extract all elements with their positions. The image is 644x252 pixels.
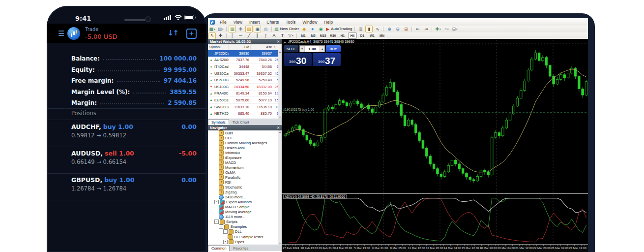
market-watch-row[interactable]: ▲JP225Cash39930399377 [208,50,282,57]
navigator-item-expert-advisors[interactable]: −Expert Advisors [208,200,282,205]
position-row-audusd[interactable]: AUDUSD,sell 1.00-5.000.66149 → 0.66154 [47,147,206,174]
periods-icon[interactable]: ◔▾ [442,26,450,32]
navigator-tab-favorites[interactable]: Favorites [230,245,252,251]
menu-window[interactable]: Window [299,20,321,25]
close-icon[interactable]: ✕ [277,126,280,130]
timeframe-m15[interactable]: M15 [319,32,327,39]
menu-charts[interactable]: Charts [263,20,282,25]
sell-button[interactable]: SELL [284,45,298,52]
market-watch-header[interactable]: SymbolBidAsk! [208,44,282,50]
timeframe-m1[interactable]: M1 [299,32,308,39]
adx-indicator-pane[interactable] [282,194,588,244]
new-chart-icon[interactable]: ▦▾ [208,26,216,32]
navigator-item-2430-more-[interactable]: 2430 more... [208,195,282,200]
navigator-item-bulls[interactable]: fBulls [208,130,282,135]
navigator-item-iexposure[interactable]: fiExposure [208,155,282,160]
position-row-gbpusd[interactable]: GBPUSD,buy 1.000.001.26784 → 1.26784 [47,174,206,200]
navigator-item-rsi[interactable]: fRSI [208,180,282,185]
volume-stepper[interactable]: ▾ 1.00 ▴ [299,45,325,52]
navigator-item-macd[interactable]: fMACD [208,160,282,165]
fibo-tool-icon[interactable]: ƒ [262,32,269,39]
navigator-item-osma[interactable]: fOsMA [208,170,282,175]
menu-help[interactable]: Help [321,20,336,25]
tile-windows-icon[interactable]: ⊞ [402,26,410,32]
menu-icon[interactable] [59,31,64,36]
profiles-icon[interactable]: ▤▾ [217,26,224,32]
zoom-out-icon[interactable]: ⊖ [394,26,401,32]
market-watch-scrollbar[interactable]: ▲▼ [278,50,282,119]
navigator-item-cci[interactable]: fCCI [208,135,282,140]
menu-insert[interactable]: Insert [246,20,263,25]
navigator-item-moving-average[interactable]: Moving Average [208,210,282,215]
market-watch-row[interactable]: ▲NETH25C...885.40885.7030 [208,110,282,117]
timeframe-h1[interactable]: H1 [338,32,347,39]
market-watch-tab-tick-chart[interactable]: Tick Chart [229,119,253,125]
navigator-item-dll[interactable]: −DLL [208,229,282,234]
navigator-item-pipes[interactable]: +Pipes [208,239,282,244]
navigator-icon[interactable]: ▨ [245,26,253,32]
time-axis[interactable]: 27 Feb 202428 Feb 13:0029 Feb 21:004 Mar… [282,245,588,252]
column-header-bid[interactable]: Bid [229,45,251,49]
position-row-audchf[interactable]: AUDCHF,buy 1.000.000.59812 → 0.59812 [47,121,206,147]
timeframe-m30[interactable]: M30 [328,32,337,39]
volume-down-icon[interactable]: ▾ [300,46,305,52]
market-watch-titlebar[interactable]: Market Watch: 16:05:02 ✕ [208,39,282,44]
market-watch-row[interactable]: ▲HK50Cash168271684013 [208,117,282,119]
tree-expander-icon[interactable]: − [214,200,219,204]
tree-expander-icon[interactable]: + [223,240,228,244]
market-watch-row[interactable]: ▲US500Cash5249.965250.4852 [208,77,282,84]
navigator-item-custom-moving-averages[interactable]: fCustom Moving Averages [208,140,282,145]
navigator-item-parabolic[interactable]: fParabolic [208,175,282,180]
navigator-titlebar[interactable]: Navigator ✕ [208,125,282,130]
timeframe-mn[interactable]: MN [378,32,386,39]
hline-tool-icon[interactable]: ─ [237,32,244,39]
market-watch-row[interactable]: ▲EU50Cash5075.605077.10150 [208,97,282,104]
vline-tool-icon[interactable]: │ [229,32,236,39]
buy-button[interactable]: BUY [326,45,341,52]
crosshair-tool-icon[interactable]: ✚ [217,32,224,39]
autotrading-button[interactable]: ▶AutoTrading [325,26,352,32]
data-window-icon[interactable]: ✚ [237,26,244,32]
trendline-tool-icon[interactable]: ╱ [245,32,253,39]
navigator-item-zigzag[interactable]: fZigZag [208,190,282,195]
market-watch-row[interactable]: ▲FRA40Cash8149.348150.64130 [208,91,282,97]
label-tool-icon[interactable]: T [279,32,286,39]
timeframe-d1[interactable]: D1 [358,32,367,39]
navigator-item-ichimoku[interactable]: fIchimoku [208,150,282,155]
toolbox-icon[interactable]: ▣ [254,26,261,32]
cursor-tool-icon[interactable]: ↖ [208,32,216,39]
market-watch-row[interactable]: ▲SWI20Cash11633.1011636.10300 [208,104,282,111]
channel-tool-icon[interactable]: ∥ [254,32,261,39]
new-order-icon[interactable]: + [186,29,197,39]
market-watch-row[interactable]: ▲AUS200C...7837.767840.26250 [208,57,282,64]
new-order-button[interactable]: ▤New Order [274,26,299,32]
zoom-in-icon[interactable]: ⊕ [385,26,393,32]
navigator-item-examples[interactable]: −Examples [208,224,282,229]
tree-expander-icon[interactable]: − [214,220,219,224]
add-indicator-icon[interactable]: ✚▾ [434,26,441,32]
menu-tools[interactable]: Tools [282,20,299,25]
buy-price-box[interactable]: 399 37 [313,53,341,66]
menu-file[interactable]: File [216,20,230,25]
market-watch-icon[interactable]: ▥ [229,26,236,32]
chart-shift-icon[interactable]: ⇥ [422,26,430,32]
menu-view[interactable]: View [230,20,246,25]
community-icon[interactable]: ● [309,26,316,32]
navigator-item-dllsampletester[interactable]: DLLSampleTester [208,234,282,239]
sort-deals-icon[interactable]: ↓↑ [168,29,178,37]
auto-scroll-icon[interactable]: ⇤ [414,26,421,32]
close-icon[interactable]: ✕ [277,40,280,44]
timeframe-w1[interactable]: W1 [368,32,377,39]
candle-chart-mode-icon[interactable]: ▮ [365,26,373,32]
column-header-ask[interactable]: Ask [251,45,273,49]
navigator-item-stochastic[interactable]: fStochastic [208,185,282,190]
market-watch-row[interactable]: ▲IT40Cash344483445810 [208,63,282,70]
navigator-item-scripts[interactable]: −Scripts [208,220,282,224]
column-header-symbol[interactable]: Symbol [208,45,229,49]
navigator-item-heiken-ashi[interactable]: fHeiken Ashi [208,145,282,150]
web-icon[interactable]: ◉ [317,26,324,32]
market-watch-row[interactable]: ▼US100Cash18334.5018337.00250 [208,84,282,91]
navigator-tab-common[interactable]: Common [208,245,230,251]
metaquotes-icon[interactable]: ◆ [300,26,308,32]
volume-up-icon[interactable]: ▴ [320,46,324,52]
